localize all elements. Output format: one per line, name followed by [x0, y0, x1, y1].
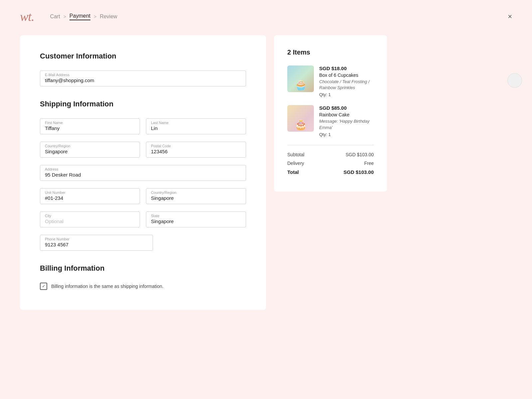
- order-divider: [287, 145, 374, 145]
- order-item-2: 🎂 SGD $85.00 Rainbow Cake Message: 'Happ…: [287, 105, 374, 137]
- city-input[interactable]: [45, 215, 135, 224]
- item-2-variant: Message: 'Happy Birthday Emma': [319, 118, 374, 130]
- subtotal-row: Subtotal SGD $103.00: [287, 152, 374, 157]
- breadcrumb-sep1: >: [64, 14, 66, 19]
- breadcrumb-sep2: >: [94, 14, 96, 19]
- delivery-value: Free: [364, 161, 374, 166]
- item-1-price: SGD $18.00: [319, 66, 374, 71]
- item-2-qty: Qty: 1: [319, 132, 374, 137]
- country2-input[interactable]: [151, 192, 241, 201]
- customer-info-title: Customer Information: [40, 52, 246, 61]
- total-label: Total: [287, 169, 299, 175]
- address-wrapper: Address: [40, 165, 246, 181]
- scroll-indicator: [507, 73, 522, 88]
- billing-same-checkbox-row: Billing information is the same as shipp…: [40, 283, 246, 290]
- item-1-name: Box of 6 Cupcakes: [319, 72, 374, 78]
- delivery-row: Delivery Free: [287, 161, 374, 166]
- main-content: Customer Information E-Mail Address Ship…: [0, 32, 532, 323]
- last-name-wrapper: Last Name: [146, 118, 246, 134]
- first-name-input[interactable]: [45, 122, 135, 131]
- total-value: SGD $103.00: [343, 169, 374, 175]
- subtotal-label: Subtotal: [287, 152, 304, 157]
- phone-input[interactable]: [45, 238, 148, 247]
- address-field-group: Address: [40, 165, 246, 181]
- email-input-wrapper: E-Mail Address: [40, 70, 246, 86]
- country-wrapper: Country/Region: [40, 142, 140, 158]
- email-field-group: E-Mail Address: [40, 70, 246, 86]
- billing-same-checkbox[interactable]: [40, 283, 47, 290]
- phone-wrapper: Phone Number: [40, 235, 153, 251]
- item-2-price: SGD $85.00: [319, 105, 374, 111]
- name-row: First Name Last Name: [40, 118, 246, 134]
- billing-info-title: Billing Information: [40, 264, 246, 273]
- city-wrapper: City: [40, 211, 140, 227]
- order-summary-title: 2 Items: [287, 49, 374, 56]
- breadcrumb-review[interactable]: Review: [100, 14, 117, 20]
- city-state-row: City State: [40, 211, 246, 227]
- country2-wrapper: Country/Region: [146, 188, 246, 204]
- unit-input[interactable]: [45, 192, 135, 201]
- right-panel: 2 Items 🧁 SGD $18.00 Box of 6 Cupcakes C…: [274, 35, 387, 192]
- header: wt. Cart > Payment > Review ×: [0, 0, 532, 32]
- billing-same-label: Billing information is the same as shipp…: [51, 284, 164, 289]
- item-2-details: SGD $85.00 Rainbow Cake Message: 'Happy …: [319, 105, 374, 137]
- item-1-variant: Chocolate / Teal Frosting / Rainbow Spri…: [319, 79, 374, 91]
- country2-field-group: Country/Region: [146, 188, 246, 204]
- breadcrumb: Cart > Payment > Review: [50, 13, 117, 20]
- breadcrumb-payment[interactable]: Payment: [69, 13, 90, 20]
- state-field-group: State: [146, 211, 246, 227]
- phone-field-group: Phone Number: [40, 235, 153, 251]
- breadcrumb-cart[interactable]: Cart: [50, 14, 60, 20]
- item-2-image: 🎂: [287, 105, 314, 132]
- unit-field-group: Unit Number: [40, 188, 140, 204]
- shipping-section: Shipping Information First Name Last Nam…: [40, 100, 246, 251]
- logo: wt.: [20, 9, 34, 24]
- item-2-name: Rainbow Cake: [319, 112, 374, 117]
- city-field-group: City: [40, 211, 140, 227]
- first-name-field-group: First Name: [40, 118, 140, 134]
- left-panel: Customer Information E-Mail Address Ship…: [20, 35, 266, 310]
- email-input[interactable]: [45, 74, 241, 83]
- order-item-1: 🧁 SGD $18.00 Box of 6 Cupcakes Chocolate…: [287, 66, 374, 97]
- last-name-input[interactable]: [151, 122, 241, 131]
- state-input[interactable]: [151, 215, 241, 224]
- billing-section: Billing Information Billing information …: [40, 264, 246, 290]
- delivery-label: Delivery: [287, 161, 304, 166]
- postal-field-group: Postal Code: [146, 142, 246, 158]
- item-1-qty: Qty: 1: [319, 92, 374, 97]
- total-row: Total SGD $103.00: [287, 169, 374, 175]
- unit-country2-row: Unit Number Country/Region: [40, 188, 246, 204]
- close-button[interactable]: ×: [508, 13, 512, 20]
- item-1-image: 🧁: [287, 66, 314, 92]
- subtotal-value: SGD $103.00: [345, 152, 374, 157]
- last-name-field-group: Last Name: [146, 118, 246, 134]
- address-input[interactable]: [45, 169, 241, 178]
- item-1-details: SGD $18.00 Box of 6 Cupcakes Chocolate /…: [319, 66, 374, 97]
- first-name-wrapper: First Name: [40, 118, 140, 134]
- postal-wrapper: Postal Code: [146, 142, 246, 158]
- country-input[interactable]: [45, 145, 135, 154]
- postal-input[interactable]: [151, 145, 241, 154]
- shipping-info-title: Shipping Information: [40, 100, 246, 108]
- country-postal-row: Country/Region Postal Code: [40, 142, 246, 158]
- unit-wrapper: Unit Number: [40, 188, 140, 204]
- state-wrapper: State: [146, 211, 246, 227]
- country-field-group: Country/Region: [40, 142, 140, 158]
